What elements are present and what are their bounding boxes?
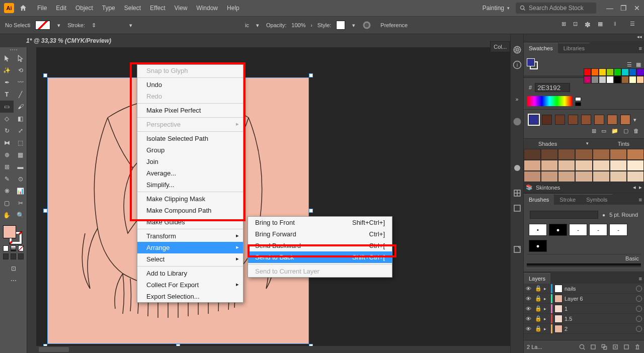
swatch-cell[interactable]	[629, 76, 636, 83]
blob-icon[interactable]	[513, 163, 522, 172]
lock-icon[interactable]: 🔒	[535, 325, 542, 332]
ctx-isolate-selected-path[interactable]: Isolate Selected Path	[137, 133, 243, 144]
layer-name[interactable]: nails	[565, 286, 634, 292]
color-mode[interactable]	[3, 245, 9, 251]
selection-tool[interactable]	[0, 52, 14, 64]
document-tab[interactable]: 1* @ 33,33 % (CMYK/Preview)	[20, 37, 117, 44]
shade-cell[interactable]	[575, 171, 592, 182]
home-icon[interactable]	[19, 4, 27, 12]
recolor-icon[interactable]	[362, 21, 371, 30]
brush-slot[interactable]: ●	[549, 224, 567, 236]
layer-row[interactable]: 👁🔒▸1	[524, 304, 644, 314]
layer-name[interactable]: Layer 6	[565, 296, 634, 302]
gradient-swatch[interactable]	[620, 115, 630, 125]
layer-row[interactable]: 👁🔒▸Layer 6	[524, 294, 644, 304]
lock-icon[interactable]: 🔒	[535, 285, 542, 292]
swatch-cell[interactable]	[584, 68, 591, 76]
folder-icon[interactable]: 📁	[611, 128, 618, 134]
delete-icon[interactable]	[634, 343, 641, 350]
locate-icon[interactable]	[579, 343, 586, 350]
visibility-icon[interactable]: 👁	[526, 296, 533, 302]
layer-row[interactable]: 👁🔒▸2	[524, 324, 644, 334]
shade-cell[interactable]	[558, 160, 575, 171]
gradient-swatch[interactable]	[555, 115, 565, 125]
opacity-value[interactable]: 100%	[291, 22, 305, 28]
brush-slot[interactable]: ●	[529, 240, 547, 252]
visibility-icon[interactable]: 👁	[526, 306, 533, 312]
blend-tool[interactable]: ⊙	[14, 173, 27, 185]
expand-icon[interactable]: ▸	[544, 326, 549, 331]
layer-name[interactable]: 2	[565, 326, 634, 332]
menu-edit[interactable]: Edit	[56, 5, 66, 12]
free-transform-tool[interactable]: ⬚	[14, 137, 27, 149]
preferences-button[interactable]: Preference	[380, 22, 408, 28]
panel-collapse-icon[interactable]: ◂◂	[637, 34, 642, 41]
graph-tool[interactable]: 📊	[14, 185, 27, 197]
rectangle-tool[interactable]: ▭	[0, 101, 14, 113]
panel-menu-icon[interactable]: ≡	[637, 195, 644, 205]
shade-cell[interactable]	[627, 149, 644, 160]
ctx-undo[interactable]: Undo	[137, 79, 243, 91]
visibility-icon[interactable]: 👁	[526, 316, 533, 322]
ctx-sub-send-backward[interactable]: Send BackwardCtrl+[	[248, 240, 392, 251]
layer-name[interactable]: 1	[565, 306, 634, 312]
ctx-sub-send-to-back[interactable]: Send to BackShift+Ctrl+[	[248, 251, 392, 263]
ctx-transform[interactable]: Transform	[137, 230, 243, 242]
workspace-switcher[interactable]: Painting▾	[482, 5, 510, 12]
paintbrush-tool[interactable]: 🖌	[14, 101, 27, 113]
menu-file[interactable]: File	[37, 5, 47, 12]
canvas-workspace[interactable]	[27, 47, 513, 353]
stroke-tab[interactable]: Stroke	[554, 194, 581, 205]
screen-mode[interactable]: ⊡	[0, 262, 27, 275]
mask-icon[interactable]	[601, 343, 608, 350]
magic-wand-tool[interactable]: ✨	[0, 64, 14, 76]
transform-icon[interactable]: ⊡	[573, 21, 578, 30]
gradient-swatch[interactable]	[542, 115, 552, 125]
swatch-cell[interactable]	[599, 68, 606, 76]
tints-tab[interactable]: Tints	[618, 141, 629, 147]
hand-tool[interactable]: ✋	[0, 209, 14, 221]
swatch-cell[interactable]	[614, 76, 621, 83]
fill-swatch[interactable]	[35, 21, 50, 30]
layers-tab[interactable]: Layers	[524, 273, 550, 284]
perspective-tool[interactable]: ▦	[14, 149, 27, 161]
line-tool[interactable]: ╱	[14, 89, 27, 101]
expand-icon[interactable]: ▸	[544, 306, 549, 311]
ctx-sub-bring-forward[interactable]: Bring ForwardCtrl+]	[248, 228, 392, 240]
new-layer-icon[interactable]	[623, 343, 630, 350]
library-icon[interactable]: 📚	[526, 184, 533, 191]
swatch-cell[interactable]	[636, 76, 644, 83]
shade-cell[interactable]	[541, 160, 558, 171]
zoom-tool[interactable]: 🔍	[14, 209, 27, 221]
ctx-average-[interactable]: Average...	[137, 167, 243, 179]
grid-icon[interactable]	[513, 189, 522, 198]
horizontal-scrollbar[interactable]	[36, 346, 513, 353]
visibility-icon[interactable]: 👁	[526, 286, 533, 292]
ctx-make-compound-path[interactable]: Make Compound Path	[137, 205, 243, 216]
layer-row[interactable]: 👁🔒▸1.5	[524, 314, 644, 324]
ctx-simplify-[interactable]: Simplify...	[137, 179, 243, 191]
panel-menu-icon[interactable]: ≡	[637, 274, 644, 284]
next-icon[interactable]: ▸	[639, 184, 642, 191]
ctx-make-clipping-mask[interactable]: Make Clipping Mask	[137, 193, 243, 205]
list-view-icon[interactable]: ☰	[627, 61, 632, 68]
swatch-cell[interactable]	[621, 76, 629, 83]
fill-dropdown[interactable]: ▾	[55, 22, 62, 29]
ctx-collect-for-export[interactable]: Collect For Export	[137, 279, 243, 291]
panel-menu-icon[interactable]: ≡	[637, 43, 644, 53]
shade-cell[interactable]	[524, 171, 541, 182]
shade-cell[interactable]	[610, 160, 627, 171]
layer-name[interactable]: 1.5	[565, 316, 634, 322]
swatch-cell[interactable]	[636, 68, 644, 76]
target-icon[interactable]	[636, 306, 642, 312]
panel-icon[interactable]: ▭	[601, 128, 606, 134]
stroke-profile-dd[interactable]: ▾	[127, 22, 134, 29]
target-icon[interactable]	[636, 296, 642, 302]
shade-cell[interactable]	[558, 149, 575, 160]
draw-inside[interactable]	[18, 253, 24, 259]
brush-slot[interactable]: •	[529, 224, 547, 236]
rotate-tool[interactable]: ↻	[0, 125, 14, 137]
minimize-button[interactable]: —	[606, 4, 613, 12]
swatch-cell[interactable]	[599, 76, 606, 83]
lock-icon[interactable]: 🔒	[535, 295, 542, 302]
